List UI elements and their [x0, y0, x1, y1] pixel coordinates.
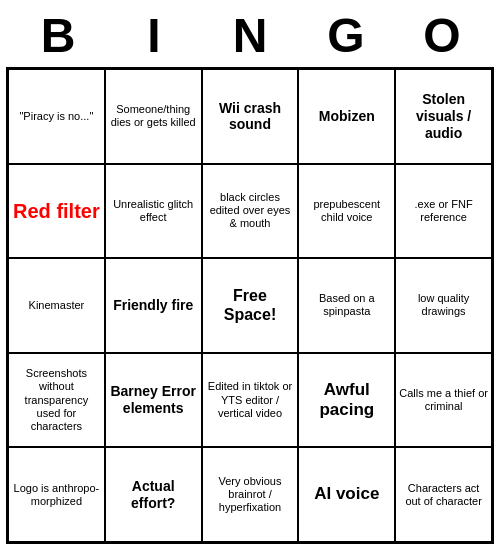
bingo-cell-5[interactable]: Red filter — [8, 164, 105, 259]
bingo-cell-11[interactable]: Friendly fire — [105, 258, 202, 353]
bingo-cell-14[interactable]: low quality drawings — [395, 258, 492, 353]
bingo-cell-7[interactable]: black circles edited over eyes & mouth — [202, 164, 299, 259]
bingo-cell-16[interactable]: Barney Error elements — [105, 353, 202, 448]
letter-b: B — [18, 8, 98, 63]
bingo-cell-2[interactable]: Wii crash sound — [202, 69, 299, 164]
bingo-cell-6[interactable]: Unrealistic glitch effect — [105, 164, 202, 259]
bingo-cell-17[interactable]: Edited in tiktok or YTS editor / vertica… — [202, 353, 299, 448]
bingo-cell-20[interactable]: Logo is anthropo-morphized — [8, 447, 105, 542]
letter-i: I — [114, 8, 194, 63]
bingo-cell-1[interactable]: Someone/thing dies or gets killed — [105, 69, 202, 164]
bingo-cell-19[interactable]: Calls me a thief or criminal — [395, 353, 492, 448]
bingo-cell-22[interactable]: Very obvious brainrot / hyperfixation — [202, 447, 299, 542]
bingo-cell-12[interactable]: Free Space! — [202, 258, 299, 353]
bingo-cell-0[interactable]: "Piracy is no..." — [8, 69, 105, 164]
bingo-cell-10[interactable]: Kinemaster — [8, 258, 105, 353]
letter-g: G — [306, 8, 386, 63]
bingo-cell-3[interactable]: Mobizen — [298, 69, 395, 164]
bingo-grid: "Piracy is no..."Someone/thing dies or g… — [6, 67, 494, 544]
bingo-cell-4[interactable]: Stolen visuals / audio — [395, 69, 492, 164]
bingo-title: B I N G O — [10, 0, 490, 67]
bingo-cell-9[interactable]: .exe or FNF reference — [395, 164, 492, 259]
bingo-cell-24[interactable]: Characters act out of character — [395, 447, 492, 542]
letter-n: N — [210, 8, 290, 63]
bingo-cell-23[interactable]: AI voice — [298, 447, 395, 542]
letter-o: O — [402, 8, 482, 63]
bingo-cell-21[interactable]: Actual effort? — [105, 447, 202, 542]
bingo-cell-18[interactable]: Awful pacing — [298, 353, 395, 448]
bingo-cell-8[interactable]: prepubescent child voice — [298, 164, 395, 259]
bingo-cell-15[interactable]: Screenshots without transparency used fo… — [8, 353, 105, 448]
bingo-cell-13[interactable]: Based on a spinpasta — [298, 258, 395, 353]
